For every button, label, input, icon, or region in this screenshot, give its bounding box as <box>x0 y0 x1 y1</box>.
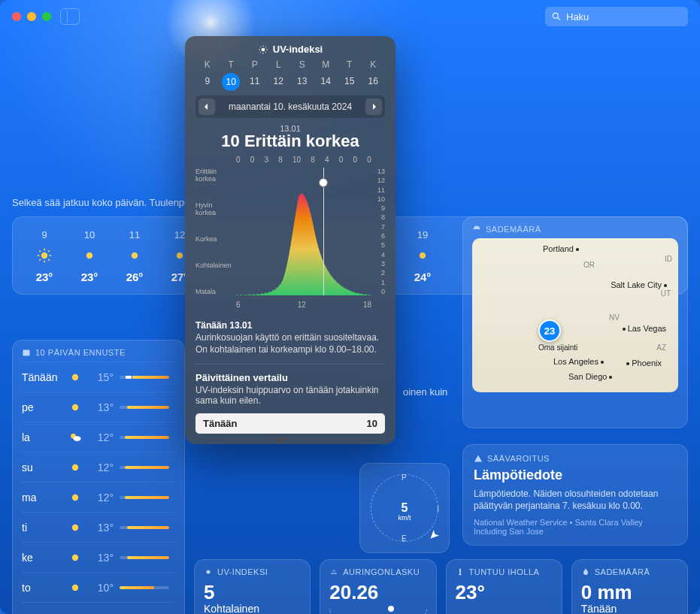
close-window-button[interactable] <box>12 12 21 21</box>
temp-range-bar <box>120 496 169 499</box>
panel-header-text: SADEMÄÄRÄ <box>486 225 541 234</box>
panel-header-text: SÄÄVAROITUS <box>487 454 550 463</box>
uv-index-widget[interactable]: UV-INDEKSI 5 Kohtalainen Käytä aurinkosu… <box>194 559 311 614</box>
day-row[interactable]: la12°28° <box>22 422 175 452</box>
svg-point-16 <box>72 374 78 380</box>
widgets-row: UV-INDEKSI 5 Kohtalainen Käytä aurinkosu… <box>194 559 688 614</box>
cal-day[interactable]: 9 <box>195 73 220 91</box>
prev-day-button[interactable] <box>198 98 215 115</box>
svg-point-20 <box>72 464 78 470</box>
my-location-label: Oma sijainti <box>538 343 577 352</box>
hour-cell[interactable]: 1126° <box>112 229 157 283</box>
day-row[interactable]: Tänään15°28° <box>22 361 175 392</box>
svg-point-22 <box>72 524 78 530</box>
svg-point-0 <box>553 13 558 18</box>
hour-cell[interactable]: 1924° <box>400 229 445 283</box>
sun-icon <box>68 490 83 505</box>
svg-line-9 <box>39 259 41 261</box>
wind-panel[interactable]: P I E 5 km/t ➤ <box>359 463 450 553</box>
cal-day[interactable]: 12 <box>267 73 291 91</box>
cal-day[interactable]: 13 <box>290 73 314 91</box>
uv-chart[interactable]: 00381084000 Erittäin korkeaHyvin korkeaK… <box>195 156 385 313</box>
temp-range-bar <box>120 376 169 379</box>
svg-rect-27 <box>459 569 461 573</box>
comparison-today-value: 10 <box>367 418 377 429</box>
cal-weekday: K <box>195 59 220 70</box>
search-icon <box>551 11 562 22</box>
sun-icon <box>68 370 83 385</box>
hour-cell[interactable]: 1023° <box>67 229 112 283</box>
svg-line-35 <box>265 51 266 52</box>
precipitation-panel[interactable]: SADEMÄÄRÄ OR ID NV UT AZ Portland Salt L… <box>462 216 688 428</box>
city-label: San Diego <box>568 372 607 381</box>
comparison-subtitle: UV-indeksin huippuarvo on tänään jotakui… <box>195 385 385 406</box>
day-row[interactable]: pe10°22° <box>22 602 175 614</box>
weather-window: Haku Selkeä sää jatkuu koko päivän. Tuul… <box>0 0 700 614</box>
date-selector-row: maanantai 10. kesäkuuta 2024 <box>195 95 385 118</box>
svg-point-14 <box>420 253 426 259</box>
uv-summary-paragraph: Tänään 13.01Aurinkosuojan käyttö on erit… <box>195 319 385 356</box>
svg-line-34 <box>260 46 261 47</box>
uv-detail-popover: UV-indeksi KTPLSMTK 910111213141516 maan… <box>185 36 395 444</box>
cal-day[interactable]: 16 <box>362 73 386 91</box>
calendar-icon <box>22 348 31 357</box>
day-row[interactable]: ke13°28° <box>22 542 175 572</box>
ten-day-forecast-panel[interactable]: 10 PÄIVÄN ENNUSTE Tänään15°28° pe13°28° … <box>12 340 185 614</box>
sunset-widget[interactable]: AURINGONLASKU 20.26 <box>320 559 436 614</box>
cal-day[interactable]: 15 <box>338 73 362 91</box>
widget-value: 20.26 <box>329 581 426 604</box>
svg-point-23 <box>72 554 78 560</box>
alert-body: Lämpötiedote. Näiden olosuhteiden odotet… <box>474 488 677 512</box>
svg-point-2 <box>41 253 47 259</box>
svg-line-10 <box>48 250 50 252</box>
alert-title: Lämpötiedote <box>474 467 677 483</box>
rain-widget[interactable]: SADEMÄÄRÄ 0 mm Tänään Ei odotettavissa <box>571 559 688 614</box>
uv-chart-svg <box>236 168 371 295</box>
sidebar-toggle-button[interactable] <box>60 8 80 25</box>
comparison-title: Päivittäinen vertailu <box>195 372 385 383</box>
cal-day[interactable]: 11 <box>243 73 267 91</box>
svg-point-24 <box>72 584 78 590</box>
panel-header: SADEMÄÄRÄ <box>472 225 678 234</box>
widget-value: 23° <box>456 581 553 604</box>
day-row[interactable]: pe13°28° <box>22 392 175 422</box>
search-placeholder: Haku <box>566 11 589 23</box>
sun-icon <box>68 610 83 615</box>
svg-line-7 <box>39 250 41 252</box>
sun-icon <box>415 248 430 263</box>
day-row[interactable]: ma12°28° <box>22 482 175 512</box>
next-day-button[interactable] <box>365 98 382 115</box>
my-location-pin[interactable]: 23 Oma sijainti <box>538 319 577 352</box>
svg-point-29 <box>261 47 265 51</box>
precipitation-map[interactable]: OR ID NV UT AZ Portland Salt Lake City L… <box>472 238 678 392</box>
popover-header: UV-indeksi <box>195 44 385 55</box>
day-row[interactable]: su12°28° <box>22 452 175 482</box>
day-row[interactable]: ti13°28° <box>22 512 175 542</box>
sun-icon <box>68 460 83 475</box>
day-row[interactable]: to10°23° <box>22 572 175 602</box>
cal-day-selected[interactable]: 10 <box>222 73 240 91</box>
panel-header-text: 10 PÄIVÄN ENNUSTE <box>35 348 126 357</box>
sun-icon <box>258 44 268 55</box>
sun-icon <box>68 580 83 595</box>
sunset-icon <box>329 567 338 576</box>
search-field[interactable]: Haku <box>545 7 688 26</box>
city-label: Portland <box>543 244 574 253</box>
minimize-window-button[interactable] <box>27 12 36 21</box>
state-label: ID <box>665 255 672 263</box>
weather-alert-panel[interactable]: SÄÄVAROITUS Lämpötiedote Lämpötiedote. N… <box>462 444 688 546</box>
hour-cell[interactable]: 923° <box>22 229 67 283</box>
calendar-strip: KTPLSMTK 910111213141516 <box>195 59 385 91</box>
zoom-window-button[interactable] <box>42 12 51 21</box>
svg-point-28 <box>459 573 461 576</box>
feels-like-widget[interactable]: TUNTUU IHOLLA 23° Vastaa todellista <box>446 559 562 614</box>
cal-day[interactable]: 14 <box>314 73 338 91</box>
comparison-today-row: Tänään 10 <box>195 413 385 434</box>
svg-line-1 <box>558 18 560 20</box>
window-controls <box>12 12 51 21</box>
chart-x-ticks: 61218 <box>236 301 371 309</box>
svg-line-8 <box>48 259 50 261</box>
city-label: Las Vegas <box>628 324 666 333</box>
sun-icon <box>68 550 83 565</box>
sun-icon <box>68 400 83 415</box>
